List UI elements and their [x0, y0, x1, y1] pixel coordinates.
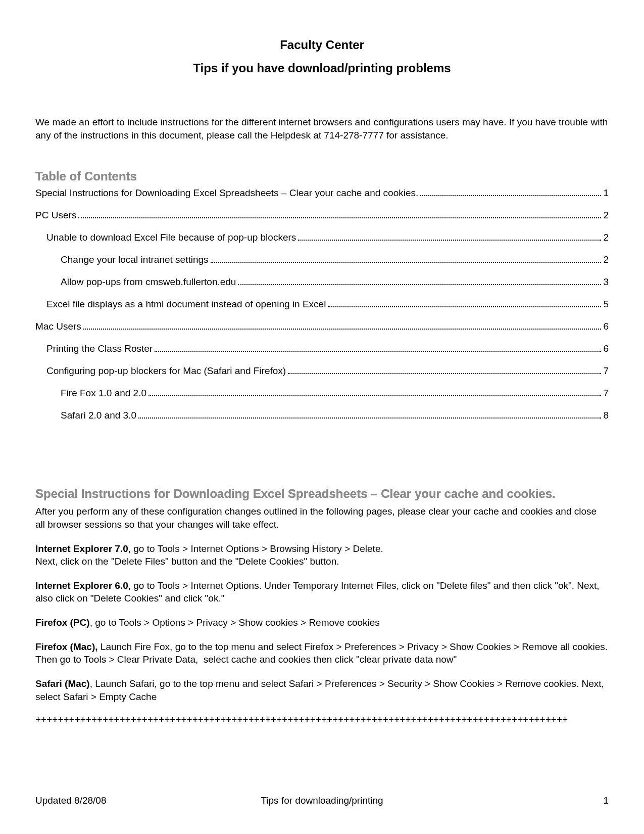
toc-leader-dots: [328, 306, 601, 307]
toc-entry-page: 2: [603, 232, 609, 243]
toc-entry[interactable]: Change your local intranet settings 2: [35, 254, 609, 265]
toc-entry-page: 7: [603, 388, 609, 399]
toc-entry-label: Excel file displays as a html document i…: [46, 299, 326, 310]
toc-leader-dots: [138, 418, 601, 419]
toc-entry-page: 2: [603, 254, 609, 265]
toc-leader-dots: [420, 195, 601, 196]
toc-entry-page: 6: [603, 321, 609, 332]
toc-entry-page: 6: [603, 343, 609, 354]
toc-entry-label: Configuring pop-up blockers for Mac (Saf…: [46, 365, 286, 377]
instruction-text: , Launch Safari, go to the top menu and …: [35, 678, 607, 702]
footer-updated: Updated 8/28/08: [35, 795, 107, 806]
toc-leader-dots: [78, 217, 601, 218]
instruction-paragraph: Internet Explorer 6.0, go to Tools > Int…: [35, 579, 609, 605]
toc-entry-label: Change your local intranet settings: [61, 254, 209, 265]
instruction-browser-name: Internet Explorer 6.0: [35, 580, 128, 591]
instruction-browser-name: Firefox (Mac),: [35, 641, 98, 652]
toc-leader-dots: [148, 395, 601, 396]
toc-entry-page: 3: [603, 276, 609, 288]
toc-entry[interactable]: Printing the Class Roster 6: [35, 343, 609, 354]
toc-entry-label: Safari 2.0 and 3.0: [61, 410, 136, 421]
toc-leader-dots: [83, 329, 602, 330]
toc-leader-dots: [238, 284, 601, 285]
instruction-browser-name: Internet Explorer 7.0: [35, 543, 128, 554]
toc-entry[interactable]: Allow pop-ups from cmsweb.fullerton.edu …: [35, 276, 609, 288]
toc-entry[interactable]: Special Instructions for Downloading Exc…: [35, 188, 609, 199]
footer-title: Tips for downloading/printing: [261, 795, 383, 806]
section1-heading: Special Instructions for Downloading Exc…: [35, 487, 609, 501]
toc-entry-label: Special Instructions for Downloading Exc…: [35, 188, 418, 199]
instruction-paragraph: Firefox (Mac), Launch Fire Fox, go to th…: [35, 640, 609, 666]
toc-entry[interactable]: Configuring pop-up blockers for Mac (Saf…: [35, 365, 609, 377]
toc-entry-page: 2: [603, 210, 609, 221]
toc-entry-label: Fire Fox 1.0 and 2.0: [61, 388, 146, 399]
section1-intro: After you perform any of these configura…: [35, 505, 609, 531]
instruction-paragraph: Firefox (PC), go to Tools > Options > Pr…: [35, 616, 609, 629]
table-of-contents: Special Instructions for Downloading Exc…: [35, 188, 609, 421]
intro-paragraph: We made an effort to include instruction…: [35, 116, 609, 142]
toc-entry-label: Mac Users: [35, 321, 81, 332]
toc-entry-label: Printing the Class Roster: [46, 343, 153, 354]
toc-entry[interactable]: Fire Fox 1.0 and 2.0 7: [35, 388, 609, 399]
instruction-text: , go to Tools > Options > Privacy > Show…: [90, 617, 380, 628]
toc-entry[interactable]: Unable to download Excel File because of…: [35, 232, 609, 243]
toc-entry[interactable]: Mac Users 6: [35, 321, 609, 332]
toc-entry-label: Unable to download Excel File because of…: [46, 232, 296, 243]
toc-entry-page: 7: [603, 365, 609, 377]
footer-page-number: 1: [603, 795, 609, 806]
toc-leader-dots: [211, 262, 602, 263]
toc-leader-dots: [288, 373, 601, 374]
instruction-paragraph: Safari (Mac), Launch Safari, go to the t…: [35, 677, 609, 703]
toc-entry-label: PC Users: [35, 210, 76, 221]
divider-line: ++++++++++++++++++++++++++++++++++++++++…: [35, 714, 609, 725]
toc-entry-label: Allow pop-ups from cmsweb.fullerton.edu: [61, 276, 236, 288]
toc-entry[interactable]: Safari 2.0 and 3.0 8: [35, 410, 609, 421]
toc-entry[interactable]: Excel file displays as a html document i…: [35, 299, 609, 310]
toc-entry-page: 1: [603, 188, 609, 199]
instruction-paragraph: Internet Explorer 7.0, go to Tools > Int…: [35, 542, 609, 568]
instruction-text: Launch Fire Fox, go to the top menu and …: [35, 641, 610, 665]
toc-entry[interactable]: PC Users 2: [35, 210, 609, 221]
page-footer: Updated 8/28/08 Tips for downloading/pri…: [35, 795, 609, 806]
instruction-browser-name: Firefox (PC): [35, 617, 90, 628]
toc-leader-dots: [155, 351, 601, 352]
page-title: Faculty Center: [35, 38, 609, 52]
toc-entry-page: 8: [603, 410, 609, 421]
toc-entry-page: 5: [603, 299, 609, 310]
toc-heading: Table of Contents: [35, 169, 609, 183]
instruction-browser-name: Safari (Mac): [35, 678, 90, 689]
page-subtitle: Tips if you have download/printing probl…: [35, 61, 609, 75]
toc-leader-dots: [298, 240, 601, 241]
